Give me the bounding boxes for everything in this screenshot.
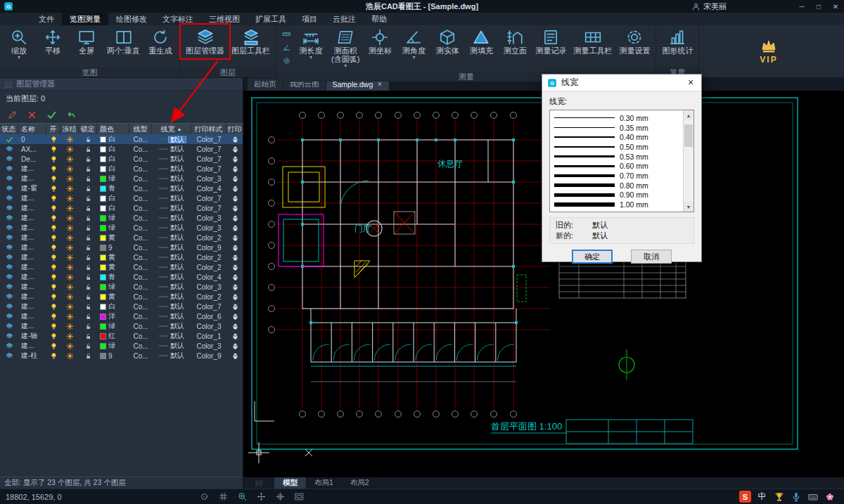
layer-print-icon[interactable] [226, 165, 243, 173]
delete-layer-button[interactable] [27, 110, 37, 120]
layout-tab-0[interactable]: 模型 [274, 477, 306, 489]
layer-color-cell[interactable]: 白 [97, 193, 129, 203]
move-icon[interactable] [256, 491, 267, 502]
layer-freeze-sun-icon[interactable] [60, 214, 79, 222]
layer-row-2[interactable]: De...白Co...默认Color_7 [0, 154, 243, 164]
layer-lock-icon[interactable] [79, 214, 97, 222]
layer-status-icon[interactable] [0, 323, 18, 330]
layer-lineweight-cell[interactable]: 默认 [152, 272, 191, 282]
layer-status-icon[interactable] [0, 146, 18, 153]
layer-row-19[interactable]: 建...绿Co...默认Color_3 [0, 321, 243, 331]
layer-row-5[interactable]: 建-窗青Co...默认Color_4 [0, 183, 243, 193]
layer-status-icon[interactable] [0, 205, 18, 212]
lineweight-option-4[interactable]: 0.53 mm [554, 152, 682, 162]
scroll-up-icon[interactable]: ▲ [684, 110, 693, 120]
layer-status-icon[interactable] [0, 342, 18, 350]
layer-color-cell[interactable]: 红 [97, 331, 129, 341]
layer-lineweight-cell[interactable]: 默认 [152, 302, 191, 311]
layer-freeze-sun-icon[interactable] [60, 185, 79, 193]
layer-status-icon[interactable] [0, 352, 18, 360]
layer-row-15[interactable]: 建...绿Co...默认Color_3 [0, 282, 243, 292]
layer-freeze-sun-icon[interactable] [60, 283, 79, 291]
layer-color-cell[interactable]: 白 [97, 302, 129, 311]
edit-layer-button[interactable] [7, 110, 18, 120]
menu-item-5[interactable]: 扩展工具 [248, 13, 294, 25]
layer-print-icon[interactable] [226, 146, 243, 153]
layer-freeze-sun-icon[interactable] [60, 136, 79, 143]
lineweight-option-3[interactable]: 0.50 mm [554, 142, 682, 152]
layer-print-icon[interactable] [226, 283, 243, 291]
user-account[interactable]: 宋美丽 [691, 1, 727, 12]
layer-row-6[interactable]: 建...白Co...默认Color_7 [0, 193, 243, 203]
layer-lineweight-cell[interactable]: 默认 [152, 174, 191, 183]
layer-status-icon[interactable] [0, 165, 18, 173]
column-header-6[interactable]: 线型 [129, 123, 152, 134]
ribbon-button-measure-length[interactable]: 测长度▾ [295, 27, 327, 62]
layer-lock-icon[interactable] [79, 195, 97, 202]
layer-on-bulb-icon[interactable] [46, 273, 60, 281]
minimize-button[interactable]: ─ [793, 3, 810, 11]
ribbon-button-measure-record[interactable]: 测量记录 [532, 27, 569, 56]
layer-print-icon[interactable] [226, 254, 243, 261]
layer-status-icon[interactable] [0, 313, 18, 321]
layer-color-cell[interactable]: 白 [97, 154, 129, 164]
layer-freeze-sun-icon[interactable] [60, 195, 79, 202]
layer-lineweight-cell[interactable]: 默认 [152, 282, 191, 292]
layer-freeze-sun-icon[interactable] [60, 293, 79, 301]
column-header-7[interactable]: 线宽▲ [152, 123, 191, 134]
keyboard-icon[interactable] [807, 491, 819, 503]
layer-status-icon[interactable] [0, 214, 18, 222]
layer-lock-icon[interactable] [79, 273, 97, 281]
menu-item-8[interactable]: 帮助 [364, 13, 395, 25]
ribbon-button-fullscreen[interactable]: 全屏 [70, 27, 103, 56]
ribbon-button-zoom[interactable]: 缩放▾ [3, 27, 35, 62]
layer-row-9[interactable]: 建...绿Co...默认Color_3 [0, 223, 243, 233]
layer-row-11[interactable]: 建...9Co...默认Color_9 [0, 243, 243, 252]
column-header-8[interactable]: 打印样式 [191, 123, 226, 134]
vip-badge[interactable]: VIP [748, 38, 789, 65]
layer-freeze-sun-icon[interactable] [60, 205, 79, 212]
layer-color-cell[interactable]: 白 [97, 134, 129, 144]
layer-color-cell[interactable]: 白 [97, 144, 129, 154]
layer-lock-icon[interactable] [79, 264, 97, 271]
ribbon-button-split-vertical[interactable]: 两个:垂直 [104, 27, 143, 56]
layer-print-icon[interactable] [226, 136, 243, 143]
layer-color-cell[interactable]: 9 [97, 352, 129, 360]
crosshair-box-icon[interactable] [275, 491, 286, 502]
layer-lock-icon[interactable] [79, 303, 97, 311]
layer-lineweight-cell[interactable]: 默认 [152, 292, 191, 302]
layer-on-bulb-icon[interactable] [46, 146, 60, 153]
layer-lock-icon[interactable] [79, 234, 97, 242]
layer-row-17[interactable]: 建...白Co...默认Color_7 [0, 302, 243, 311]
ribbon-button-measure-angle[interactable]: 测角度▾ [397, 27, 430, 62]
layer-print-icon[interactable] [226, 342, 243, 350]
lineweight-option-8[interactable]: 0.90 mm [554, 190, 682, 200]
layer-color-cell[interactable]: 绿 [97, 321, 129, 331]
column-header-5[interactable]: 颜色 [97, 123, 129, 134]
layer-color-cell[interactable]: 绿 [97, 223, 129, 233]
layer-freeze-sun-icon[interactable] [60, 175, 79, 183]
layer-print-icon[interactable] [226, 273, 243, 281]
layer-freeze-sun-icon[interactable] [60, 323, 79, 330]
layer-lineweight-cell[interactable]: 默认 [152, 223, 191, 233]
layer-on-bulb-icon[interactable] [46, 283, 60, 291]
layer-row-12[interactable]: 建...黄Co...默认Color_2 [0, 252, 243, 262]
layer-on-bulb-icon[interactable] [46, 175, 60, 183]
lineweight-list[interactable]: 0.30 mm0.35 mm0.40 mm0.50 mm0.53 mm0.60 … [549, 110, 694, 212]
layer-row-13[interactable]: 建...黄Co...默认Color_2 [0, 262, 243, 272]
trophy-icon[interactable] [773, 491, 785, 503]
layer-on-bulb-icon[interactable] [46, 155, 60, 163]
layer-lock-icon[interactable] [79, 175, 97, 183]
layer-on-bulb-icon[interactable] [46, 264, 60, 271]
layout-tab-1[interactable]: 布局1 [306, 477, 342, 489]
ribbon-button-layer-toolbar[interactable]: 图层工具栏 [229, 27, 273, 56]
column-header-0[interactable]: 状态 [0, 123, 18, 134]
menu-item-1[interactable]: 览图测量 [62, 13, 108, 25]
layer-on-bulb-icon[interactable] [46, 352, 60, 360]
lineweight-option-6[interactable]: 0.70 mm [554, 171, 682, 181]
layer-freeze-sun-icon[interactable] [60, 352, 79, 360]
layer-print-icon[interactable] [226, 195, 243, 202]
layer-lock-icon[interactable] [79, 165, 97, 173]
layer-freeze-sun-icon[interactable] [60, 224, 79, 232]
layer-row-10[interactable]: 建...黄Co...默认Color_2 [0, 233, 243, 243]
